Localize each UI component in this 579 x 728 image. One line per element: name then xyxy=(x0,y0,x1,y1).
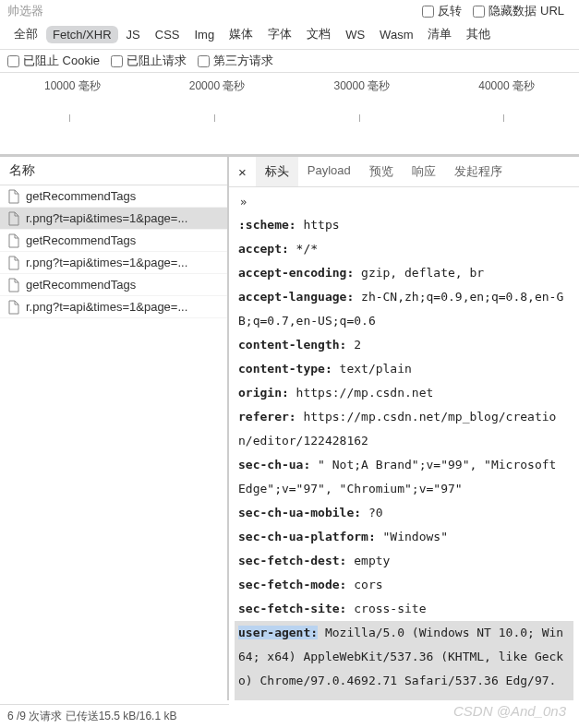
timeline-mark: 40000 毫秒 xyxy=(434,78,579,94)
request-row[interactable]: getRecommendTags xyxy=(0,274,227,296)
header-key: sec-ch-ua-mobile: xyxy=(238,506,361,519)
request-name: r.png?t=api&times=1&page=... xyxy=(26,211,187,225)
hide-data-url-checkbox-input[interactable] xyxy=(473,6,485,18)
request-list-panel: 名称 getRecommendTagsr.png?t=api&times=1&p… xyxy=(0,157,229,700)
blocked-requests-checkbox-input[interactable] xyxy=(111,55,123,67)
blocked-cookies-checkbox-input[interactable] xyxy=(7,55,19,67)
filter-tab-css[interactable]: CSS xyxy=(149,26,187,43)
filter-tab-wasm[interactable]: Wasm xyxy=(373,26,419,43)
filter-label: 帅选器 xyxy=(7,3,43,19)
header-key: user-agent: xyxy=(238,626,318,639)
detail-panel: × 标头Payload预览响应发起程序 » :scheme: httpsacce… xyxy=(229,157,579,700)
third-party-checkbox[interactable]: 第三方请求 xyxy=(198,53,273,69)
header-line[interactable]: sec-fetch-dest: empty xyxy=(238,549,570,573)
header-value: */* xyxy=(289,242,318,256)
file-icon xyxy=(7,278,20,292)
header-line[interactable]: sec-fetch-mode: cors xyxy=(238,573,570,597)
header-key: sec-fetch-site: xyxy=(238,602,346,615)
request-row[interactable]: getRecommendTags xyxy=(0,185,227,208)
timeline-mark: 20000 毫秒 xyxy=(145,78,290,94)
header-key: accept: xyxy=(238,242,289,256)
filter-tab--[interactable]: 其他 xyxy=(460,24,497,44)
request-name: getRecommendTags xyxy=(26,278,136,292)
header-line[interactable]: sec-ch-ua-platform: "Windows" xyxy=(238,525,570,549)
file-icon xyxy=(7,189,20,204)
expand-arrow-icon[interactable]: » xyxy=(238,191,570,213)
header-line[interactable]: referer: https://mp.csdn.net/mp_blog/cre… xyxy=(238,405,570,453)
filter-tab-js[interactable]: JS xyxy=(120,26,147,43)
main-split: 名称 getRecommendTagsr.png?t=api&times=1&p… xyxy=(0,156,579,700)
filter-tab-ws[interactable]: WS xyxy=(339,26,371,43)
header-value: empty xyxy=(346,554,390,567)
detail-tabs: × 标头Payload预览响应发起程序 xyxy=(229,157,579,187)
header-line[interactable]: accept-encoding: gzip, deflate, br xyxy=(238,261,570,285)
header-line[interactable]: user-agent: Mozilla/5.0 (Windows NT 10.0… xyxy=(235,621,573,700)
header-line[interactable]: sec-ch-ua-mobile: ?0 xyxy=(238,501,570,525)
header-key: sec-ch-ua-platform: xyxy=(238,530,376,543)
invert-checkbox-input[interactable] xyxy=(422,6,434,18)
header-key: sec-fetch-dest: xyxy=(238,554,346,567)
request-row[interactable]: r.png?t=api&times=1&page=... xyxy=(0,208,227,230)
status-bar: 6 /9 次请求 已传送15.5 kB/16.1 kB xyxy=(0,704,229,728)
request-row[interactable]: r.png?t=api&times=1&page=... xyxy=(0,296,227,318)
header-key: sec-ch-ua: xyxy=(238,458,310,471)
watermark: CSDN @And_0n3 xyxy=(453,703,566,719)
file-icon xyxy=(7,233,20,248)
headers-body[interactable]: » :scheme: httpsaccept: */*accept-encodi… xyxy=(229,187,579,700)
request-row[interactable]: getRecommendTags xyxy=(0,230,227,252)
file-icon xyxy=(7,256,20,270)
header-line[interactable]: content-type: text/plain xyxy=(238,357,570,381)
header-key: accept-encoding: xyxy=(238,266,354,280)
blocked-cookies-checkbox[interactable]: 已阻止 Cookie xyxy=(7,53,100,69)
hide-data-url-checkbox[interactable]: 隐藏数据 URL xyxy=(473,3,564,19)
blocked-row: 已阻止 Cookie 已阻止请求 第三方请求 xyxy=(0,50,579,73)
header-line[interactable]: content-length: 2 xyxy=(238,333,570,357)
request-row[interactable]: r.png?t=api&times=1&page=... xyxy=(0,252,227,274)
request-name: r.png?t=api&times=1&page=... xyxy=(26,256,187,269)
header-key: content-type: xyxy=(238,362,332,376)
request-name: getRecommendTags xyxy=(26,189,136,203)
header-value: cors xyxy=(346,578,382,591)
detail-tab-3[interactable]: 响应 xyxy=(403,157,445,186)
detail-tab-1[interactable]: Payload xyxy=(298,157,360,186)
header-value: https xyxy=(296,218,340,232)
timeline[interactable]: 10000 毫秒20000 毫秒30000 毫秒40000 毫秒 xyxy=(0,73,579,156)
header-value: ?0 xyxy=(361,506,382,519)
filter-tab-img[interactable]: Img xyxy=(187,26,221,43)
header-line[interactable]: origin: https://mp.csdn.net xyxy=(238,381,570,405)
request-name: r.png?t=api&times=1&page=... xyxy=(26,300,187,314)
blocked-requests-checkbox[interactable]: 已阻止请求 xyxy=(111,53,187,69)
timeline-mark: 30000 毫秒 xyxy=(290,78,435,94)
close-detail-button[interactable]: × xyxy=(229,159,256,185)
filter-tab--[interactable]: 全部 xyxy=(7,24,44,44)
name-column-header[interactable]: 名称 xyxy=(0,157,227,185)
header-key: accept-language: xyxy=(238,290,354,304)
header-key: referer: xyxy=(238,410,296,424)
header-value: "Windows" xyxy=(376,530,448,543)
header-line[interactable]: sec-ch-ua: " Not;A Brand";v="99", "Micro… xyxy=(238,453,570,501)
header-line[interactable]: sec-fetch-site: cross-site xyxy=(238,597,570,621)
file-icon xyxy=(7,211,20,226)
detail-tab-2[interactable]: 预览 xyxy=(360,157,403,186)
filter-tab--[interactable]: 清单 xyxy=(421,24,458,44)
filter-tab--[interactable]: 媒体 xyxy=(223,24,259,44)
header-value: text/plain xyxy=(332,362,412,376)
third-party-checkbox-input[interactable] xyxy=(198,55,210,67)
header-line[interactable]: accept: */* xyxy=(238,237,570,261)
header-line[interactable]: :scheme: https xyxy=(238,213,570,237)
filter-tab-fetch-xhr[interactable]: Fetch/XHR xyxy=(46,26,118,43)
filter-tab--[interactable]: 字体 xyxy=(261,24,298,44)
request-list: getRecommendTagsr.png?t=api&times=1&page… xyxy=(0,185,227,700)
header-key: content-length: xyxy=(238,338,346,352)
invert-checkbox[interactable]: 反转 xyxy=(422,3,462,19)
file-icon xyxy=(7,300,20,315)
header-value: cross-site xyxy=(346,602,426,615)
request-name: getRecommendTags xyxy=(26,233,136,247)
detail-tab-0[interactable]: 标头 xyxy=(256,157,298,186)
header-key: sec-fetch-mode: xyxy=(238,578,346,591)
filter-tab--[interactable]: 文档 xyxy=(300,24,337,44)
detail-tab-4[interactable]: 发起程序 xyxy=(445,157,512,186)
timeline-mark: 10000 毫秒 xyxy=(0,78,145,94)
header-key: origin: xyxy=(238,386,289,400)
header-line[interactable]: accept-language: zh-CN,zh;q=0.9,en;q=0.8… xyxy=(238,285,570,333)
